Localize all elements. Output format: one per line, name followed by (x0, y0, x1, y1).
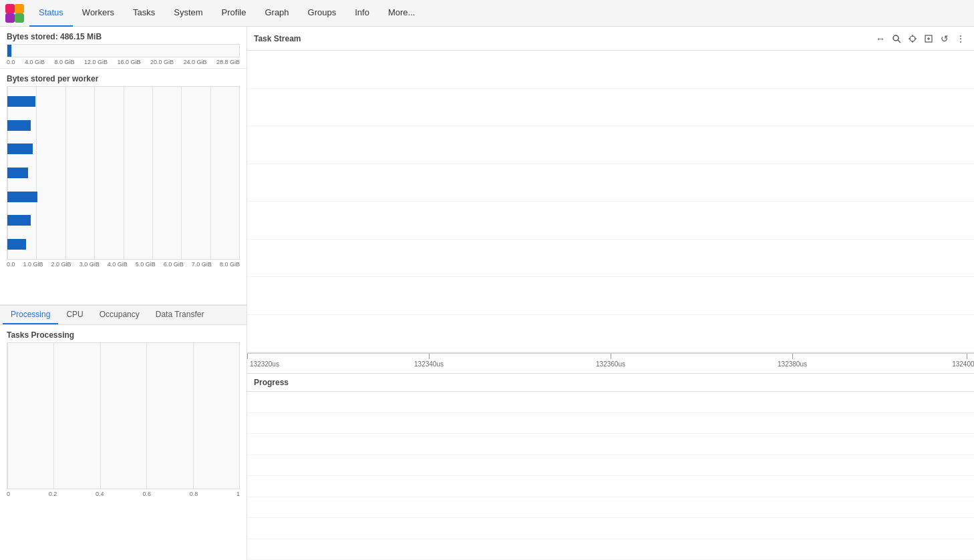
bytes-per-worker-section: Bytes stored per worker (0, 69, 247, 305)
axis-label: 1.0 GiB (23, 261, 43, 268)
nav-info[interactable]: Info (345, 0, 379, 27)
tabs-section: Processing CPU Occupancy Data Transfer (0, 305, 247, 325)
tasks-axis: 0 0.2 0.4 0.6 0.8 1 (7, 491, 240, 497)
axis-label: 28.8 GiB (216, 59, 240, 65)
app-logo (5, 4, 24, 23)
axis-label: 7.0 GiB (192, 261, 212, 268)
tab-processing[interactable]: Processing (3, 306, 58, 324)
wheel-zoom-icon[interactable] (890, 32, 903, 45)
bytes-stored-axis: 0.0 4.0 GiB 8.0 GiB 12.0 GiB 16.0 GiB 20… (7, 59, 240, 65)
axis-label: 0 (7, 491, 10, 497)
worker-row (7, 210, 239, 230)
svg-point-6 (910, 36, 915, 41)
bytes-stored-chart (7, 44, 240, 57)
svg-rect-2 (5, 13, 15, 23)
worker-row (7, 115, 239, 135)
tab-data-transfer[interactable]: Data Transfer (148, 306, 212, 324)
task-row (247, 240, 974, 278)
time-label: 132320us (247, 360, 279, 368)
svg-rect-1 (15, 4, 24, 13)
tick-mark (429, 354, 430, 359)
axis-label: 2.0 GiB (51, 261, 71, 268)
left-panel: Bytes stored: 486.15 MiB 0.0 4.0 GiB 8.0… (0, 27, 247, 560)
worker-row (7, 91, 239, 111)
worker-bar (7, 215, 31, 226)
crosshair-icon[interactable] (906, 32, 919, 45)
tabs-bar: Processing CPU Occupancy Data Transfer (0, 306, 247, 324)
svg-point-4 (893, 35, 899, 41)
progress-grid (247, 392, 974, 560)
progress-grid-row (247, 434, 974, 455)
axis-label: 6.0 GiB (164, 261, 184, 268)
grid-line (53, 343, 100, 489)
nav-profile[interactable]: Profile (212, 0, 256, 27)
progress-grid-row (247, 497, 974, 519)
task-row (247, 51, 974, 89)
box-zoom-icon[interactable] (922, 32, 935, 45)
grid-line (146, 343, 192, 489)
tasks-grid (7, 343, 239, 489)
arrow-expand-icon[interactable]: ↔ (874, 32, 887, 45)
axis-label: 0.4 (96, 491, 104, 497)
nav-tasks[interactable]: Tasks (124, 0, 164, 27)
axis-label: 1 (236, 491, 240, 497)
svg-rect-3 (15, 13, 24, 23)
right-panel: Task Stream ↔ ↺ ⋮ (247, 27, 974, 560)
bytes-per-worker-title: Bytes stored per worker (7, 74, 240, 83)
bytes-stored-title: Bytes stored: 486.15 MiB (7, 32, 240, 41)
axis-label: 8.0 GiB (54, 59, 74, 65)
task-row (247, 277, 974, 315)
refresh-icon[interactable]: ↺ (938, 32, 951, 45)
nav-workers[interactable]: Workers (73, 0, 124, 27)
nav-system[interactable]: System (164, 0, 212, 27)
grid-line (100, 343, 146, 489)
time-label: 132400us (952, 360, 974, 368)
worker-bar (7, 96, 35, 107)
worker-axis: 0.0 1.0 GiB 2.0 GiB 3.0 GiB 4.0 GiB 5.0 … (7, 261, 240, 268)
time-label: 132380us (778, 360, 807, 368)
task-stream-header: Task Stream ↔ ↺ ⋮ (247, 27, 974, 51)
nav-groups[interactable]: Groups (299, 0, 346, 27)
axis-label: 4.0 GiB (108, 261, 128, 268)
progress-grid-row (247, 539, 974, 561)
more-icon[interactable]: ⋮ (954, 32, 967, 45)
nav-more[interactable]: More... (379, 0, 424, 27)
grid-line (193, 343, 239, 489)
progress-grid-row (247, 392, 974, 413)
main-content: Bytes stored: 486.15 MiB 0.0 4.0 GiB 8.0… (0, 27, 974, 560)
navbar: Status Workers Tasks System Profile Grap… (0, 0, 974, 27)
bytes-grid (7, 45, 239, 57)
axis-label: 0.2 (49, 491, 57, 497)
worker-row (7, 163, 239, 183)
progress-grid-row (247, 455, 974, 477)
worker-row (7, 139, 239, 159)
worker-bar (7, 239, 26, 250)
tasks-processing-title: Tasks Processing (7, 330, 240, 340)
worker-bar (7, 120, 31, 131)
axis-label: 0.8 (190, 491, 198, 497)
task-row (247, 89, 974, 127)
axis-label: 20.0 GiB (150, 59, 174, 65)
tab-occupancy[interactable]: Occupancy (92, 306, 148, 324)
tick-mark (967, 354, 967, 359)
progress-header: Progress (247, 374, 974, 392)
task-row (247, 315, 974, 353)
task-row (247, 164, 974, 202)
tab-cpu[interactable]: CPU (58, 306, 91, 324)
task-stream-chart (247, 51, 974, 353)
bytes-stored-section: Bytes stored: 486.15 MiB 0.0 4.0 GiB 8.0… (0, 27, 247, 69)
worker-row (7, 187, 239, 207)
tick-mark (247, 354, 248, 359)
nav-status[interactable]: Status (29, 0, 73, 27)
worker-bar (7, 144, 33, 154)
timeline-axis: 132320us 132340us 132360us 132380us 1324… (247, 353, 974, 373)
worker-row (7, 234, 239, 254)
task-stream-area: Task Stream ↔ ↺ ⋮ (247, 27, 974, 373)
tasks-processing-section: Tasks Processing 0 0.2 0.4 0.6 0.8 1 (0, 325, 247, 561)
task-stream-title: Task Stream (254, 34, 301, 43)
bytes-stored-bar (7, 45, 11, 57)
nav-graph[interactable]: Graph (255, 0, 298, 27)
axis-label: 4.0 GiB (25, 59, 45, 65)
worker-bars-area (7, 87, 239, 259)
task-stream-rows (247, 51, 974, 352)
